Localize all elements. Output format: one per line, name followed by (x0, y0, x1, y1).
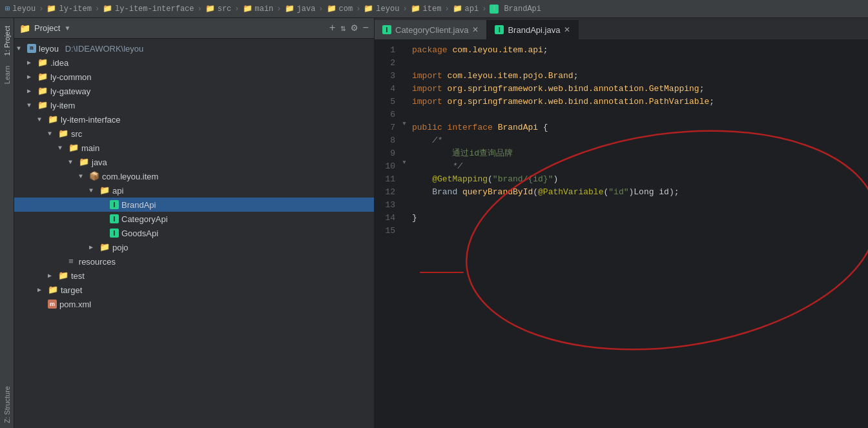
tree-label-com-leyou-item: com.leyou.item (102, 172, 158, 181)
bc-folder-icon-6: 📁 (327, 4, 336, 14)
arrow-main: ▼ (58, 145, 68, 152)
resources-icon: ≡ (68, 257, 74, 267)
tree-item-ly-gateway[interactable]: ▶ 📁 ly-gateway (14, 84, 374, 98)
tree-label-leyou-path: D:\IDEAWORK\leyou (63, 44, 143, 54)
project-panel: 📁 Project ▼ + ⇅ ⚙ − ▼ m leyou D:\IDEAWOR… (14, 18, 375, 428)
tree-item-brandapi[interactable]: I BrandApi (14, 198, 374, 212)
module-icon-leyou: m (27, 44, 36, 53)
tree-label-brandapi: BrandApi (121, 200, 156, 210)
tree-label-goodsapi: GoodsApi (121, 229, 158, 238)
gutter-line-8 (402, 130, 407, 143)
bc-api[interactable]: api (465, 5, 479, 14)
chevron-down-icon[interactable]: ▼ (64, 25, 70, 32)
bc-leyou2[interactable]: leyou (376, 5, 399, 14)
tree-label-api: api (112, 186, 123, 196)
tree-item-categoryapi[interactable]: I CategoryApi (14, 212, 374, 226)
settings-button[interactable]: ⚙ (351, 23, 358, 34)
tree-item-api[interactable]: ▼ 📁 api (14, 183, 374, 198)
folder-icon-idea: 📁 (37, 57, 48, 68)
bc-item[interactable]: item (423, 5, 442, 14)
tree-label-target: target (61, 285, 82, 295)
tree-label-ly-item-interface: ly-item-interface (61, 115, 120, 125)
folder-icon-src: 📁 (58, 128, 68, 139)
code-editor[interactable]: 1 2 3 4 5 6 7 8 9 10 11 12 13 14 15 (375, 40, 868, 428)
code-line-13 (412, 199, 868, 212)
tree-label-src: src (71, 129, 82, 139)
tree-item-goodsapi[interactable]: I GoodsApi (14, 226, 374, 240)
code-gutter: ▼ ▼ (402, 40, 407, 428)
sidebar-tab-structure[interactable]: Z: Structure (2, 381, 12, 428)
tree-item-main[interactable]: ▼ 📁 main (14, 141, 374, 155)
tree-label-java: java (92, 158, 107, 167)
bc-folder-icon-1: 📁 (46, 4, 56, 14)
tree-item-com-leyou-item[interactable]: ▼ 📦 com.leyou.item (14, 169, 374, 183)
bc-ly-item-interface[interactable]: ly-item-interface (115, 5, 194, 14)
tree-item-leyou[interactable]: ▼ m leyou D:\IDEAWORK\leyou (14, 41, 374, 56)
tree-item-ly-common[interactable]: ▶ 📁 ly-common (14, 70, 374, 84)
tab-category-client[interactable]: I CategoryClient.java ✕ (375, 20, 487, 39)
arrow-com-leyou-item: ▼ (79, 173, 89, 180)
minimize-button[interactable]: − (362, 23, 369, 34)
package-icon-com-leyou-item: 📦 (89, 171, 99, 181)
tree-item-resources[interactable]: ≡ resources (14, 254, 374, 269)
tree-label-pojo: pojo (112, 243, 129, 252)
sidebar-tab-learn[interactable]: Learn (2, 61, 12, 89)
tree-item-pojo[interactable]: ▶ 📁 pojo (14, 240, 374, 254)
gutter-line-13 (402, 195, 407, 208)
code-line-2 (412, 57, 868, 70)
bc-folder-icon-9: 📁 (453, 4, 462, 14)
tree-item-pom-xml[interactable]: m pom.xml (14, 297, 374, 311)
arrow-java: ▼ (68, 159, 79, 166)
folder-icon-target: 📁 (48, 285, 58, 295)
code-content: package com.leyou.item.api; import com.l… (407, 40, 868, 428)
bc-folder-icon-4: 📁 (243, 4, 253, 14)
tree-item-test[interactable]: ▶ 📁 test (14, 269, 374, 283)
code-line-8: /* (412, 134, 868, 147)
bc-main[interactable]: main (255, 5, 274, 14)
tab-icon-category-client: I (382, 25, 391, 34)
bc-folder-icon-8: 📁 (411, 4, 420, 14)
code-line-10: */ (412, 160, 868, 173)
arrow-test: ▶ (48, 272, 58, 280)
bc-com[interactable]: com (339, 5, 353, 14)
tab-label-brand-api: BrandApi.java (508, 25, 560, 35)
tree-label-ly-gateway: ly-gateway (50, 87, 90, 96)
bc-ly-item[interactable]: ly-item (59, 5, 91, 14)
gutter-line-3 (402, 66, 407, 79)
code-line-9: 通过id查询品牌 (412, 147, 868, 160)
tree-item-target[interactable]: ▶ 📁 target (14, 283, 374, 297)
gutter-line-5 (402, 92, 407, 105)
bc-folder-icon-3: 📁 (205, 4, 215, 14)
gutter-line-15 (402, 221, 407, 234)
arrow-src: ▼ (48, 130, 58, 138)
tree-item-src[interactable]: ▼ 📁 src (14, 127, 374, 141)
tree-item-ly-item[interactable]: ▼ 📁 ly-item (14, 98, 374, 112)
gutter-fold-7[interactable]: ▼ (402, 117, 407, 130)
tree-item-ly-item-interface[interactable]: ▼ 📁 ly-item-interface (14, 112, 374, 127)
bc-leyou[interactable]: leyou (12, 5, 36, 14)
tree-item-idea[interactable]: ▶ 📁 .idea (14, 56, 374, 70)
arrow-pojo: ▶ (89, 243, 99, 251)
tree-label-idea: .idea (50, 58, 68, 68)
add-file-button[interactable]: + (329, 23, 336, 34)
arrow-ly-item-interface: ▼ (37, 116, 48, 123)
gutter-fold-10[interactable]: ▼ (402, 156, 407, 169)
bc-java[interactable]: java (297, 5, 316, 14)
interface-icon-brandapi: I (110, 200, 119, 209)
tree-label-resources: resources (79, 257, 116, 267)
tree-label-ly-item: ly-item (50, 101, 75, 110)
maven-icon-pom: m (48, 300, 57, 309)
arrow-ly-common: ▶ (27, 73, 37, 81)
left-side-tabs: 1: Project Learn Z: Structure (0, 18, 14, 428)
tab-close-brand-api[interactable]: ✕ (564, 25, 570, 34)
scroll-button[interactable]: ⇅ (340, 24, 346, 33)
bc-brandapi[interactable]: BrandApi (504, 5, 541, 14)
code-line-7: public interface BrandApi { (412, 121, 868, 134)
sidebar-tab-project[interactable]: 1: Project (2, 21, 12, 61)
bc-src[interactable]: src (218, 5, 232, 14)
tab-close-category-client[interactable]: ✕ (472, 25, 479, 34)
folder-icon-ly-common: 📁 (37, 72, 48, 82)
arrow-leyou: ▼ (17, 45, 27, 52)
tree-item-java[interactable]: ▼ 📁 java (14, 155, 374, 169)
tab-brand-api[interactable]: I BrandApi.java ✕ (487, 20, 579, 39)
